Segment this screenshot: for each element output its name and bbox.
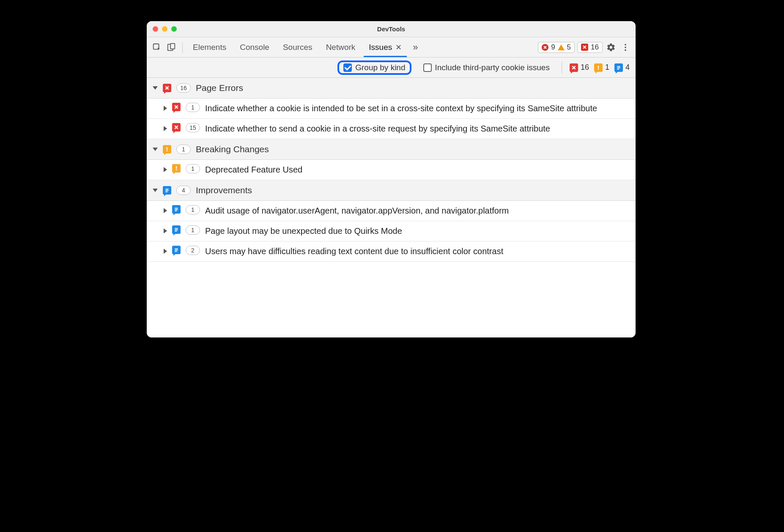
tab-sources[interactable]: Sources [278,37,318,57]
info-bubble-icon [172,246,181,254]
group-header-warning[interactable]: 1Breaking Changes [147,139,636,160]
group-title: Page Errors [196,83,243,93]
warning-icon [558,44,565,50]
checkbox-icon [423,63,432,72]
group-count: 4 [176,186,191,195]
more-options-icon[interactable] [620,41,631,53]
svg-rect-14 [176,169,177,170]
issue-row[interactable]: 1Deprecated Feature Used [147,160,636,180]
issue-row[interactable]: 2Users may have difficulties reading tex… [147,241,636,262]
svg-rect-18 [175,208,178,208]
warning-bubble-icon [172,164,181,173]
issue-message: Indicate whether to send a cookie in a c… [205,123,630,134]
window-title: DevTools [147,25,636,33]
svg-point-4 [625,47,626,48]
warnings-total-value: 1 [605,63,609,72]
group-header-error[interactable]: 16Page Errors [147,78,636,99]
chevron-right-icon [164,167,167,172]
issue-count: 1 [186,205,200,214]
svg-rect-13 [176,166,177,169]
chevron-right-icon [164,208,167,213]
svg-rect-16 [165,190,168,191]
svg-rect-20 [175,211,177,211]
console-status-badge[interactable]: 9 5 [538,42,575,53]
info-total[interactable]: 4 [614,63,630,72]
warnings-total[interactable]: 1 [594,63,609,72]
issue-row[interactable]: 1Page layout may be unexpected due to Qu… [147,221,636,241]
group-by-kind-checkbox[interactable]: Group by kind [337,60,411,75]
titlebar: DevTools [147,21,636,37]
tab-elements[interactable]: Elements [188,37,231,57]
svg-rect-9 [617,67,620,68]
blocked-icon [581,44,588,51]
svg-rect-26 [175,251,177,252]
error-bubble-icon [172,103,181,111]
chevron-down-icon [153,86,158,90]
minimize-window-button[interactable] [162,26,167,32]
issue-row[interactable]: 1Indicate whether a cookie is intended t… [147,99,636,119]
group-title: Improvements [196,185,252,195]
issues-filterbar: Group by kind Include third-party cookie… [147,58,636,78]
info-total-value: 4 [625,63,630,72]
more-tabs-icon[interactable]: » [409,42,421,53]
errors-total[interactable]: 16 [570,63,589,72]
svg-rect-24 [175,248,178,249]
tab-console[interactable]: Console [235,37,274,57]
chevron-right-icon [164,249,167,254]
checkbox-icon [343,63,352,72]
svg-rect-17 [165,192,167,192]
svg-point-3 [625,44,626,45]
svg-rect-15 [165,189,168,189]
issue-count: 1 [186,103,200,112]
svg-rect-19 [175,209,178,210]
chevron-down-icon [153,189,158,192]
errors-total-value: 16 [581,63,589,72]
devtools-window: DevTools Elements Console Sources [147,21,636,337]
warning-count: 5 [567,43,571,52]
info-bubble-icon [163,186,171,195]
issue-count: 15 [186,123,200,132]
svg-rect-2 [170,43,175,49]
settings-icon[interactable] [605,41,617,53]
include-third-party-checkbox[interactable]: Include third-party cookie issues [419,61,554,74]
issue-row[interactable]: 15Indicate whether to send a cookie in a… [147,119,636,139]
svg-rect-12 [167,150,167,151]
window-controls [153,26,177,32]
error-bubble-icon [570,63,578,72]
issues-status-badge[interactable]: 16 [577,42,603,53]
svg-rect-7 [598,69,599,69]
svg-rect-11 [167,147,167,150]
panel-tabs: Elements Console Sources Network Issues … [188,37,407,57]
close-tab-icon[interactable]: ✕ [395,43,402,52]
error-bubble-icon [163,84,171,92]
inspect-element-icon[interactable] [151,41,163,53]
zoom-window-button[interactable] [171,26,177,32]
svg-rect-25 [175,250,178,251]
svg-rect-8 [617,66,620,67]
device-toggle-icon[interactable] [165,41,177,53]
group-header-info[interactable]: 4Improvements [147,180,636,201]
issue-counts: 16 1 4 [570,63,630,72]
group-by-kind-label: Group by kind [355,63,405,72]
group-title: Breaking Changes [196,144,269,154]
info-bubble-icon [172,205,181,214]
separator [182,42,183,53]
separator [562,62,562,74]
svg-rect-22 [175,230,178,230]
warning-bubble-icon [594,63,603,72]
issue-message: Page layout may be unexpected due to Qui… [205,225,630,237]
include-third-party-label: Include third-party cookie issues [435,63,550,72]
error-bubble-icon [172,123,181,132]
issue-count: 2 [186,246,200,255]
tab-network[interactable]: Network [321,37,361,57]
chevron-right-icon [164,106,167,111]
svg-rect-6 [598,66,599,68]
error-icon [542,44,548,51]
chevron-down-icon [153,148,158,151]
tab-issues[interactable]: Issues ✕ [364,37,407,57]
svg-point-5 [625,49,626,51]
issue-row[interactable]: 1Audit usage of navigator.userAgent, nav… [147,201,636,221]
issue-message: Indicate whether a cookie is intended to… [205,103,630,114]
issue-count: 1 [186,164,200,173]
close-window-button[interactable] [153,26,158,32]
